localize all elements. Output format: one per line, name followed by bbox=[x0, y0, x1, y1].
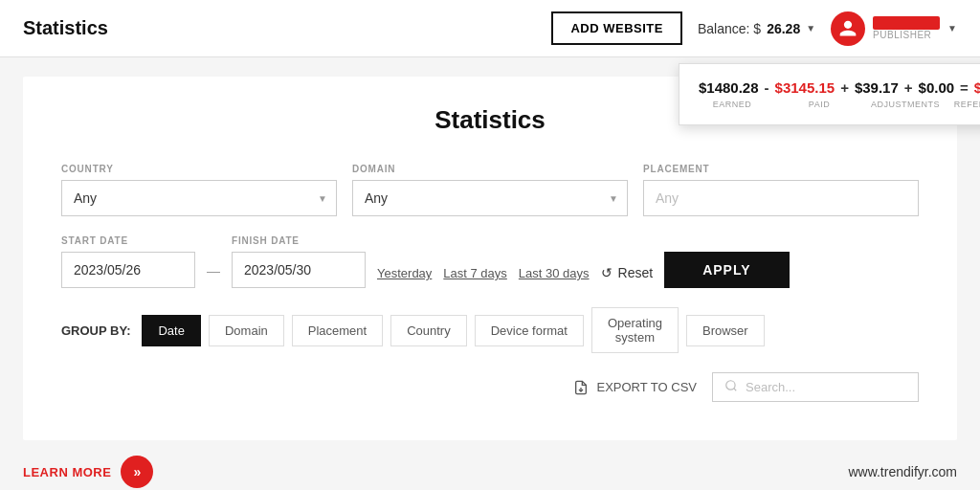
start-date-input[interactable] bbox=[61, 252, 195, 288]
plus1-sign: + bbox=[840, 79, 849, 96]
balance-final-value: $26.28 bbox=[974, 79, 980, 96]
adjustments-label: ADJUSTMENTS bbox=[867, 100, 944, 109]
equals-sign: = bbox=[960, 79, 969, 96]
user-chevron-icon: ▼ bbox=[947, 23, 957, 33]
export-label: EXPORT TO CSV bbox=[596, 380, 697, 394]
referrals-label: REFERRALS bbox=[953, 100, 980, 109]
nav-title: Statistics bbox=[23, 17, 551, 39]
country-select-wrapper: Any bbox=[61, 180, 337, 216]
user-name bbox=[873, 16, 940, 30]
placement-filter-group: PLACEMENT bbox=[643, 164, 919, 216]
balance-dropdown: $1480.28 - $3145.15 + $39.17 + $0.00 = $… bbox=[679, 63, 980, 125]
last30-button[interactable]: Last 30 days bbox=[519, 266, 590, 280]
groupby-domain-button[interactable]: Domain bbox=[209, 315, 284, 346]
domain-select[interactable]: Any bbox=[352, 180, 628, 216]
domain-select-wrapper: Any bbox=[352, 180, 628, 216]
learn-more-chevrons: » bbox=[133, 464, 141, 479]
search-icon bbox=[724, 379, 738, 395]
balance-chevron-icon: ▼ bbox=[806, 23, 815, 33]
topnav-right: ADD WEBSITE Balance: $ 26.28 ▼ $1480.28 … bbox=[551, 11, 957, 46]
earned-value: $1480.28 bbox=[699, 79, 759, 96]
groupby-date-button[interactable]: Date bbox=[142, 315, 200, 346]
start-date-group: START DATE bbox=[61, 235, 195, 288]
balance-dropdown-labels: EARNED PAID ADJUSTMENTS REFERRALS BALANC… bbox=[699, 100, 980, 109]
paid-value: $3145.15 bbox=[775, 79, 835, 96]
apply-button[interactable]: APPLY bbox=[664, 252, 789, 288]
groupby-browser-button[interactable]: Browser bbox=[686, 315, 765, 346]
country-select[interactable]: Any bbox=[61, 180, 337, 216]
export-icon bbox=[573, 380, 589, 395]
plus2-sign: + bbox=[904, 79, 913, 96]
user-area[interactable]: PUBLISHER ▼ bbox=[831, 11, 957, 46]
user-role: PUBLISHER bbox=[873, 30, 940, 40]
placement-input[interactable] bbox=[643, 180, 919, 216]
search-box bbox=[712, 372, 919, 402]
user-info: PUBLISHER bbox=[873, 16, 940, 40]
last7-button[interactable]: Last 7 days bbox=[443, 266, 507, 280]
add-website-button[interactable]: ADD WEBSITE bbox=[551, 11, 682, 45]
balance-dropdown-row: $1480.28 - $3145.15 + $39.17 + $0.00 = $… bbox=[699, 79, 980, 96]
balance-container[interactable]: Balance: $ 26.28 ▼ $1480.28 - $3145.15 +… bbox=[698, 21, 815, 36]
adjustments-value: $39.17 bbox=[855, 79, 899, 96]
finish-date-input[interactable] bbox=[232, 252, 366, 288]
quick-dates: Yesterday Last 7 days Last 30 days bbox=[377, 266, 590, 288]
reset-icon: ↺ bbox=[601, 265, 612, 280]
groupby-os-button[interactable]: Operatingsystem bbox=[591, 307, 679, 353]
country-label: COUNTRY bbox=[61, 164, 337, 174]
balance-amount: 26.28 bbox=[767, 21, 800, 36]
balance-prefix: Balance: $ bbox=[698, 21, 761, 36]
date-row: START DATE — FINISH DATE Yesterday Last … bbox=[61, 235, 919, 288]
search-input[interactable] bbox=[746, 380, 906, 394]
topnav: Statistics ADD WEBSITE Balance: $ 26.28 … bbox=[0, 0, 980, 57]
groupby-country-button[interactable]: Country bbox=[390, 315, 467, 346]
export-button[interactable]: EXPORT TO CSV bbox=[573, 380, 697, 395]
website-url: www.trendifyr.com bbox=[848, 464, 957, 479]
groupby-row: GROUP BY: Date Domain Placement Country … bbox=[61, 307, 919, 353]
footer-banner: LEARN MORE » www.trendifyr.com bbox=[0, 440, 980, 490]
domain-filter-group: DOMAIN Any bbox=[352, 164, 628, 216]
earned-label: EARNED bbox=[699, 100, 766, 109]
minus-sign: - bbox=[765, 79, 769, 96]
learn-more-area: LEARN MORE » bbox=[23, 456, 153, 488]
paid-label: PAID bbox=[781, 100, 858, 109]
bottom-toolbar: EXPORT TO CSV bbox=[61, 372, 919, 412]
svg-line-2 bbox=[734, 389, 737, 391]
filter-row: COUNTRY Any DOMAIN Any PLACEMENT bbox=[61, 164, 919, 216]
groupby-placement-button[interactable]: Placement bbox=[292, 315, 383, 346]
reset-label: Reset bbox=[618, 265, 654, 280]
stats-card: Statistics COUNTRY Any DOMAIN Any bbox=[23, 77, 957, 440]
learn-more-text: LEARN MORE bbox=[23, 465, 111, 479]
svg-point-1 bbox=[726, 381, 735, 390]
finish-date-group: FINISH DATE bbox=[232, 235, 366, 288]
avatar bbox=[831, 11, 865, 46]
yesterday-button[interactable]: Yesterday bbox=[377, 266, 432, 280]
referrals-value: $0.00 bbox=[919, 79, 955, 96]
groupby-label: GROUP BY: bbox=[61, 323, 130, 338]
groupby-device-button[interactable]: Device format bbox=[475, 315, 584, 346]
domain-label: DOMAIN bbox=[352, 164, 628, 174]
reset-button[interactable]: ↺ Reset bbox=[601, 265, 654, 288]
learn-more-button[interactable]: » bbox=[121, 456, 153, 488]
start-date-label: START DATE bbox=[61, 235, 195, 246]
country-filter-group: COUNTRY Any bbox=[61, 164, 337, 216]
date-separator: — bbox=[207, 263, 220, 288]
placement-label: PLACEMENT bbox=[643, 164, 919, 174]
finish-date-label: FINISH DATE bbox=[232, 235, 366, 246]
